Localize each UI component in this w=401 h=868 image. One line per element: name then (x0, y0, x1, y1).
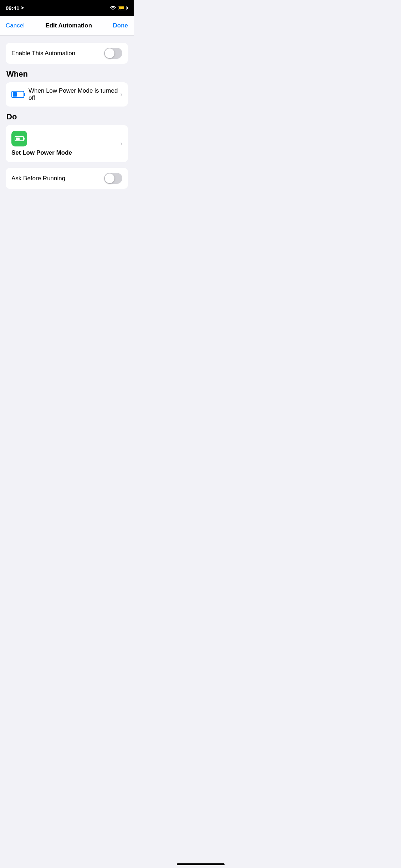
battery-action-icon (15, 136, 24, 141)
ask-before-running-row: Ask Before Running (6, 168, 128, 189)
battery-icon: ⚡ (118, 6, 128, 10)
when-section-header: When (6, 69, 128, 79)
do-action-label: Set Low Power Mode (11, 149, 72, 156)
do-action-card[interactable]: Set Low Power Mode › (6, 125, 128, 162)
status-time: 09:41 ➤ (6, 5, 24, 11)
wifi-icon (110, 6, 116, 10)
enable-automation-card: Enable This Automation (6, 43, 128, 64)
do-chevron-icon: › (120, 140, 122, 147)
ask-before-running-card: Ask Before Running (6, 168, 128, 189)
low-power-mode-icon (11, 91, 24, 98)
ask-before-running-toggle[interactable] (104, 173, 122, 184)
enable-label: Enable This Automation (11, 50, 75, 57)
do-section-header: Do (6, 112, 128, 122)
nav-bar: Cancel Edit Automation Done (0, 16, 134, 36)
when-trigger-row[interactable]: When Low Power Mode is turned off › (6, 82, 128, 107)
done-button[interactable]: Done (113, 22, 128, 29)
content-area: Enable This Automation When When Low Pow… (0, 36, 134, 289)
ask-toggle-knob (105, 174, 114, 183)
when-trigger-text: When Low Power Mode is turned off (29, 87, 120, 102)
status-icons: ⚡ (110, 6, 128, 10)
do-action-content: Set Low Power Mode (11, 131, 72, 156)
ask-before-running-label: Ask Before Running (11, 175, 65, 182)
status-bar: 09:41 ➤ ⚡ (0, 0, 134, 16)
when-trigger-card: When Low Power Mode is turned off › (6, 82, 128, 107)
chevron-right-icon: › (120, 91, 122, 98)
time-label: 09:41 (6, 5, 19, 11)
toggle-knob (105, 48, 114, 58)
cancel-button[interactable]: Cancel (6, 22, 25, 29)
enable-toggle-row: Enable This Automation (6, 43, 128, 64)
enable-toggle[interactable] (104, 48, 122, 59)
set-low-power-icon-wrap (11, 131, 27, 146)
location-icon: ➤ (21, 5, 24, 10)
battery-bolt: ⚡ (120, 7, 123, 9)
page-title: Edit Automation (45, 22, 92, 29)
